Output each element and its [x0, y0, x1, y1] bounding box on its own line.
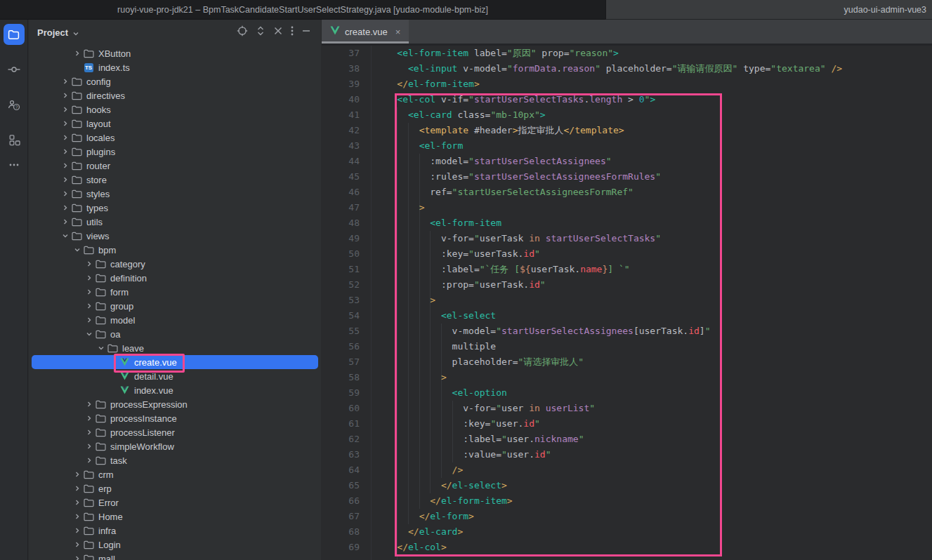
- tree-item-directives[interactable]: directives: [32, 88, 318, 102]
- locate-opened-file-icon[interactable]: [237, 25, 248, 39]
- chevron-right-icon[interactable]: [84, 455, 95, 466]
- chevron-right-icon[interactable]: [60, 160, 71, 171]
- chevron-right-icon[interactable]: [84, 413, 95, 424]
- tree-item-layout[interactable]: layout: [32, 116, 318, 131]
- tree-item-create-vue[interactable]: create.vue: [32, 355, 318, 369]
- tree-item-label: XButton: [98, 48, 131, 59]
- token-tag: el-form: [430, 511, 468, 521]
- token-str: "原因": [507, 48, 537, 58]
- expand-collapse-icon[interactable]: [256, 25, 265, 39]
- chevron-right-icon[interactable]: [72, 525, 83, 536]
- chevron-right-icon[interactable]: [60, 104, 71, 115]
- tree-item-index-vue[interactable]: index.vue: [32, 383, 318, 397]
- tree-item-types[interactable]: types: [32, 201, 318, 215]
- code-line-53: >: [375, 293, 932, 308]
- chevron-right-icon[interactable]: [84, 300, 95, 312]
- tree-item-oa[interactable]: oa: [32, 327, 318, 341]
- chevron-right-icon[interactable]: [60, 188, 71, 199]
- chevron-right-icon[interactable]: [60, 216, 71, 227]
- hide-panel-icon[interactable]: [301, 26, 311, 39]
- chevron-right-icon[interactable]: [60, 76, 71, 87]
- svg-text:?: ?: [15, 105, 18, 109]
- chevron-right-icon[interactable]: [84, 399, 95, 410]
- chevron-right-icon[interactable]: [72, 48, 83, 59]
- tree-item-utils[interactable]: utils: [32, 215, 318, 229]
- code-editor[interactable]: 3738394041424344454647484950515253545556…: [322, 46, 932, 560]
- tree-item-Login[interactable]: Login: [32, 538, 318, 552]
- chevron-right-icon[interactable]: [60, 202, 71, 213]
- token-expr: startUserSelectAssignees: [474, 156, 606, 166]
- tree-item-store[interactable]: store: [32, 173, 318, 187]
- tab-create-vue[interactable]: create.vue ×: [322, 20, 409, 44]
- chevron-right-icon[interactable]: [60, 118, 71, 129]
- tree-item-detail-vue[interactable]: detail.vue: [32, 369, 318, 383]
- chevron-right-icon[interactable]: [84, 427, 95, 438]
- tree-item-locales[interactable]: locales: [32, 131, 318, 145]
- chevron-right-icon[interactable]: [72, 497, 83, 508]
- chevron-right-icon[interactable]: [84, 286, 95, 298]
- tree-item-definition[interactable]: definition: [32, 271, 318, 285]
- tree-item-erp[interactable]: erp: [32, 481, 318, 495]
- tree-item-mall[interactable]: mall: [32, 552, 318, 560]
- tree-item-simpleWorkflow[interactable]: simpleWorkflow: [32, 439, 318, 453]
- chevron-right-icon[interactable]: [72, 539, 83, 550]
- tree-item-plugins[interactable]: plugins: [32, 145, 318, 159]
- tree-item-task[interactable]: task: [32, 453, 318, 467]
- chevron-down-icon[interactable]: [60, 230, 71, 241]
- chevron-right-icon[interactable]: [60, 132, 71, 143]
- vue-icon: [119, 385, 130, 396]
- chevron-right-icon[interactable]: [60, 146, 71, 157]
- pull-requests-tool-button[interactable]: ?: [4, 94, 25, 115]
- commit-tool-button[interactable]: [4, 59, 25, 80]
- project-panel-header: Project: [29, 20, 321, 45]
- tree-item-label: bpm: [98, 245, 116, 255]
- tree-item-processInstance[interactable]: processInstance: [32, 411, 318, 425]
- chevron-right-icon[interactable]: [60, 174, 71, 185]
- token-prop: id: [688, 326, 700, 336]
- project-panel-title[interactable]: Project: [37, 27, 68, 38]
- chevron-right-icon[interactable]: [60, 90, 71, 101]
- tree-item-infra[interactable]: infra: [32, 524, 318, 538]
- tree-item-Error[interactable]: Error: [32, 495, 318, 509]
- tree-item-model[interactable]: model: [32, 313, 318, 327]
- token-attr: >: [622, 94, 638, 105]
- chevron-right-icon[interactable]: [84, 258, 95, 269]
- chevron-down-icon[interactable]: [72, 244, 83, 255]
- chevron-right-icon[interactable]: [84, 441, 95, 452]
- tree-item-views[interactable]: views: [32, 229, 318, 243]
- tree-item-processListener[interactable]: processListener: [32, 425, 318, 439]
- chevron-right-icon[interactable]: [72, 511, 83, 522]
- options-kebab-icon[interactable]: [291, 25, 294, 39]
- tree-item-category[interactable]: category: [32, 257, 318, 271]
- chevron-right-icon[interactable]: [72, 553, 83, 560]
- project-tool-button[interactable]: [4, 24, 25, 45]
- token-var: user: [501, 403, 523, 413]
- tree-item-processExpression[interactable]: processExpression: [32, 397, 318, 411]
- chevron-down-icon[interactable]: [84, 328, 95, 340]
- tree-item-Home[interactable]: Home: [32, 509, 318, 524]
- folder-icon: [71, 90, 82, 101]
- chevron-right-icon[interactable]: [84, 272, 95, 284]
- chevron-down-icon[interactable]: [72, 27, 79, 39]
- tree-item-router[interactable]: router: [32, 159, 318, 173]
- tree-item-group[interactable]: group: [32, 299, 318, 313]
- tab-close-icon[interactable]: ×: [395, 27, 401, 37]
- chevron-right-icon[interactable]: [84, 314, 95, 326]
- tree-item-index-ts[interactable]: TSindex.ts: [32, 60, 318, 74]
- chevron-right-icon[interactable]: [72, 469, 83, 480]
- tree-item-form[interactable]: form: [32, 285, 318, 299]
- tree-item-styles[interactable]: styles: [32, 187, 318, 201]
- chevron-down-icon[interactable]: [96, 342, 107, 354]
- tree-item-leave[interactable]: leave: [32, 341, 318, 355]
- tree-item-label: layout: [86, 119, 111, 129]
- chevron-right-icon[interactable]: [72, 483, 83, 494]
- tree-item-config[interactable]: config: [32, 74, 318, 88]
- more-tools-button[interactable]: [4, 154, 25, 175]
- line-number: 64: [322, 462, 360, 478]
- tree-item-crm[interactable]: crm: [32, 467, 318, 481]
- collapse-all-icon[interactable]: [273, 26, 283, 39]
- tree-item-hooks[interactable]: hooks: [32, 102, 318, 116]
- modules-tool-button[interactable]: [4, 129, 25, 150]
- tree-item-bpm[interactable]: bpm: [32, 243, 318, 257]
- tree-item-XButton[interactable]: XButton: [32, 46, 318, 60]
